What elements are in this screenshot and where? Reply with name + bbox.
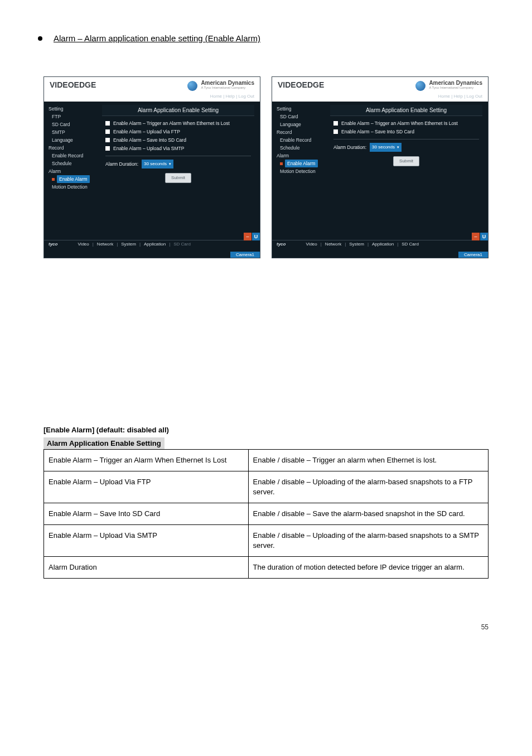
cell-left: Enable Alarm – Save Into SD Card (44, 503, 249, 525)
cb-save-sd[interactable]: Enable Alarm – Save Into SD Card (333, 128, 479, 136)
tab-network[interactable]: Network (325, 242, 341, 247)
blue-u-icon[interactable]: U (252, 233, 260, 240)
nav-alarm[interactable]: Alarm (277, 152, 330, 160)
cell-left: Alarm Duration (44, 557, 249, 579)
cb-upload-smtp[interactable]: Enable Alarm – Upload Via SMTP (105, 145, 251, 152)
nav-sd[interactable]: SD Card (280, 113, 330, 121)
tab-video[interactable]: Video (78, 242, 89, 247)
checkbox-icon[interactable] (105, 129, 110, 134)
settings-table: Enable Alarm – Trigger an Alarm When Eth… (43, 449, 489, 579)
tab-application[interactable]: Application (144, 242, 166, 247)
camera-tag: Camera1 (230, 252, 260, 258)
nav-motion[interactable]: Motion Detection (280, 167, 330, 175)
alarm-duration-label: Alarm Duration: (105, 160, 138, 168)
table-row: Enable Alarm – Trigger an Alarm When Eth… (44, 450, 489, 471)
cb-ethernet-lost[interactable]: Enable Alarm – Trigger an Alarm When Eth… (105, 119, 251, 127)
nav-sd[interactable]: SD Card (52, 121, 102, 128)
nav-smtp[interactable]: SMTP (52, 128, 102, 136)
alarm-duration-select[interactable]: 30 seconds (142, 160, 173, 168)
tab-video[interactable]: Video (306, 242, 317, 247)
section-heading-row: Alarm – Alarm application enable setting… (38, 33, 489, 43)
cell-left: Enable Alarm – Trigger an Alarm When Eth… (44, 450, 249, 471)
page-number: 55 (0, 623, 489, 631)
brand-sub: A Tyco International Company (429, 86, 482, 89)
blue-u-icon[interactable]: U (480, 233, 488, 240)
cb-save-sd[interactable]: Enable Alarm – Save Into SD Card (105, 136, 251, 144)
nav-language[interactable]: Language (280, 121, 330, 128)
tab-sdcard[interactable]: SD Card (173, 242, 191, 247)
brand-sub: A Tyco International Company (201, 86, 254, 89)
nav-enable-alarm[interactable]: Enable Alarm (52, 175, 102, 183)
nav-motion[interactable]: Motion Detection (52, 183, 102, 191)
nav-record[interactable]: Record (277, 128, 330, 136)
nav-ftp[interactable]: FTP (52, 113, 102, 121)
footer: – U tyco Video| Network| System| Applica… (272, 240, 488, 248)
section-heading: Alarm – Alarm application enable setting… (54, 33, 260, 43)
nav-setting[interactable]: Setting (277, 105, 330, 113)
tyco-logo: tyco (49, 242, 57, 247)
divider (105, 156, 251, 156)
table-row: Enable Alarm – Upload Via SMTPEnable / d… (44, 525, 489, 557)
panel-title: Alarm Application Enable Setting (102, 105, 254, 116)
tab-sdcard[interactable]: SD Card (402, 242, 419, 247)
nav-enable-alarm[interactable]: Enable Alarm (280, 160, 330, 167)
screenshot-b: VIDEOEDGE American Dynamics A Tyco Inter… (272, 76, 489, 258)
alarm-duration-select[interactable]: 30 seconds (370, 143, 402, 152)
nav-schedule[interactable]: Schedule (52, 160, 102, 167)
alarm-duration-label: Alarm Duration: (333, 143, 366, 151)
cell-right: Enable / disable – Uploading of the alar… (248, 525, 488, 557)
footer: – U tyco Video| Network| System| Applica… (44, 240, 260, 248)
bullet-dot (38, 36, 42, 41)
cell-left: Enable Alarm – Upload Via FTP (44, 471, 249, 503)
nav-language[interactable]: Language (52, 136, 102, 144)
sidebar: Setting FTP SD Card SMTP Language Record… (44, 102, 102, 247)
nav-schedule[interactable]: Schedule (280, 144, 330, 152)
orange-square-icon[interactable]: – (244, 233, 252, 240)
tab-application[interactable]: Application (372, 242, 394, 247)
submit-button[interactable]: Submit (393, 156, 419, 166)
tab-system[interactable]: System (121, 242, 136, 247)
nav-record[interactable]: Record (49, 144, 102, 152)
brand-logo: American Dynamics A Tyco International C… (415, 80, 482, 91)
tab-network[interactable]: Network (97, 242, 113, 247)
sidebar: Setting SD Card Language Record Enable R… (272, 102, 330, 247)
cell-left: Enable Alarm – Upload Via SMTP (44, 525, 249, 557)
checkbox-icon[interactable] (333, 121, 338, 126)
corner-buttons: – U (244, 233, 260, 240)
checkbox-icon[interactable] (105, 138, 110, 142)
cb-ethernet-lost[interactable]: Enable Alarm – Trigger an Alarm When Eth… (333, 119, 479, 127)
tyco-logo: tyco (277, 242, 286, 247)
table-row: Alarm DurationThe duration of motion det… (44, 557, 489, 579)
submit-button[interactable]: Submit (165, 173, 191, 183)
videoedge-logo: VIDEOEDGE (278, 80, 324, 89)
table-row: Enable Alarm – Upload Via FTPEnable / di… (44, 471, 489, 503)
brand-text: American Dynamics (201, 80, 254, 86)
nav-setting[interactable]: Setting (49, 105, 102, 113)
nav-enable-record[interactable]: Enable Record (52, 152, 102, 160)
alarm-duration-row: Alarm Duration: 30 seconds (333, 143, 479, 152)
top-links[interactable]: Home | Help | Log Out (438, 94, 482, 99)
camera-tag: Camera1 (458, 252, 488, 258)
checkbox-icon[interactable] (333, 129, 338, 134)
top-links[interactable]: Home | Help | Log Out (210, 94, 254, 99)
brand-logo: American Dynamics A Tyco International C… (187, 80, 254, 91)
nav-enable-record[interactable]: Enable Record (280, 136, 330, 144)
main-panel: Alarm Application Enable Setting Enable … (102, 102, 260, 247)
corner-buttons: – U (472, 233, 488, 240)
globe-icon (187, 81, 197, 91)
panel-title: Alarm Application Enable Setting (330, 105, 482, 116)
table-row: Enable Alarm – Save Into SD CardEnable /… (44, 503, 489, 525)
alarm-duration-row: Alarm Duration: 30 seconds (105, 160, 251, 168)
checkbox-icon[interactable] (105, 146, 110, 151)
table-header: Alarm Application Enable Setting (43, 437, 165, 449)
orange-square-icon[interactable]: – (472, 233, 480, 240)
divider (333, 139, 479, 139)
brand-text: American Dynamics (429, 80, 482, 86)
cb-upload-ftp[interactable]: Enable Alarm – Upload Via FTP (105, 128, 251, 136)
nav-alarm[interactable]: Alarm (49, 167, 102, 175)
checkbox-icon[interactable] (105, 121, 110, 126)
tab-system[interactable]: System (349, 242, 364, 247)
cell-right: Enable / disable – Trigger an alarm when… (248, 450, 488, 471)
screenshots-row: VIDEOEDGE American Dynamics A Tyco Inter… (43, 76, 489, 258)
cell-right: Enable / disable – Save the alarm-based … (248, 503, 488, 525)
